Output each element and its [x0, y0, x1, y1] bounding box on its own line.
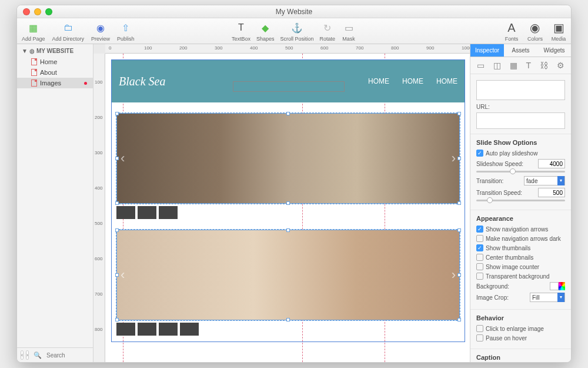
transparent-bg-checkbox[interactable]: [476, 273, 483, 280]
sidebar-item-about[interactable]: About: [17, 67, 93, 78]
rotate-icon: ↻: [320, 20, 335, 35]
publish-icon: ⇧: [118, 20, 133, 35]
sidebar: ▼ ◍ MY WEBSITE HomeAboutImages ‹ › 🔍: [17, 44, 93, 362]
pause-hover-checkbox[interactable]: [476, 334, 483, 342]
search-icon: 🔍: [31, 352, 42, 359]
app-window: My Website ▦Add Page🗀Add Directory◉Previ…: [16, 5, 572, 363]
dark-arrows-checkbox[interactable]: [476, 235, 483, 242]
transition-speed-slider[interactable]: [476, 200, 565, 201]
canvas-area[interactable]: 01002003004005006007008009001000 1002003…: [93, 44, 470, 362]
url-input[interactable]: [476, 112, 565, 129]
shapes-icon: ◆: [258, 20, 273, 35]
titlebar: My Website: [17, 5, 571, 18]
transition-speed-input[interactable]: [538, 188, 565, 197]
center-thumbs-checkbox[interactable]: [476, 254, 483, 261]
frame-icon[interactable]: ◫: [493, 61, 501, 70]
image-icon[interactable]: ▦: [510, 61, 517, 70]
disclosure-icon[interactable]: ▼: [22, 48, 28, 54]
mask-button[interactable]: ▭Mask: [341, 20, 356, 42]
media-button[interactable]: ▣Media: [551, 20, 566, 42]
enlarge-checkbox[interactable]: [476, 325, 483, 332]
sidebar-header[interactable]: ▼ ◍ MY WEBSITE: [17, 44, 93, 57]
sidebar-item-images[interactable]: Images: [17, 78, 93, 88]
nav-link[interactable]: HOME: [436, 77, 457, 85]
link-icon[interactable]: ⛓: [540, 61, 548, 70]
add-directory-icon: 🗀: [61, 20, 76, 35]
slideshow-thumbnails-1[interactable]: [116, 206, 460, 219]
rotate-button[interactable]: ↻Rotate: [320, 20, 336, 42]
counter-checkbox[interactable]: [476, 263, 483, 270]
slideshow-widget-1[interactable]: ‹ ›: [116, 113, 460, 204]
nav-link[interactable]: HOME: [368, 77, 389, 85]
toolbar: ▦Add Page🗀Add Directory◉Preview⇧Publish …: [17, 18, 571, 44]
site-logo: Black Sea: [119, 75, 165, 88]
nav-arrows-checkbox[interactable]: ✓: [476, 226, 483, 233]
media-icon: ▣: [551, 20, 566, 35]
slideshow-thumbnails-2[interactable]: [116, 323, 460, 336]
slideshow-widget-2[interactable]: ‹ ›: [116, 230, 460, 320]
ruler-vertical: 100200300400500600700800: [93, 54, 105, 362]
window-title: My Website: [276, 8, 312, 16]
nav-forward-button[interactable]: ›: [26, 350, 29, 360]
section-title: Behavior: [476, 314, 565, 321]
background-color-swatch[interactable]: [550, 282, 565, 290]
slide-prev-icon[interactable]: ‹: [121, 151, 125, 166]
slide-next-icon[interactable]: ›: [452, 151, 456, 166]
slide-next-icon[interactable]: ›: [452, 267, 456, 283]
close-icon[interactable]: [23, 8, 30, 15]
tab-widgets[interactable]: Widgets: [537, 44, 571, 57]
fonts-icon: A: [504, 20, 519, 35]
textbox-icon: T: [233, 20, 249, 35]
url-label: URL:: [476, 104, 565, 110]
page-icon: [31, 69, 37, 76]
colors-button[interactable]: ◉Colors: [527, 20, 543, 42]
preview-box: [476, 80, 565, 100]
section-title: Caption: [476, 354, 565, 361]
anchor-icon: ⚓: [289, 20, 305, 35]
add-page-button[interactable]: ▦Add Page: [22, 20, 45, 42]
shapes-button[interactable]: ◆Shapes: [256, 20, 275, 42]
nav-link[interactable]: HOME: [402, 77, 423, 85]
slide-prev-icon[interactable]: ‹: [121, 267, 125, 283]
preview-button[interactable]: ◉Preview: [91, 20, 110, 42]
tab-assets[interactable]: Assets: [504, 44, 537, 57]
fonts-button[interactable]: AFonts: [504, 20, 519, 42]
image-crop-select[interactable]: Fill▾: [530, 293, 565, 302]
transition-select[interactable]: fade▾: [524, 176, 565, 185]
tab-inspector[interactable]: Inspector: [470, 44, 504, 57]
mask-icon: ▭: [341, 20, 356, 35]
anchor-button[interactable]: ⚓Scroll Position: [280, 20, 313, 42]
add-page-icon: ▦: [26, 20, 41, 35]
section-title: Appearance: [476, 215, 565, 222]
inspector-panel: InspectorAssetsWidgets ▭ ◫ ▦ T ⛓ ⚙ URL: …: [470, 44, 571, 362]
textbox-button[interactable]: TTextBox: [232, 20, 250, 42]
slideshow-speed-slider[interactable]: [476, 171, 565, 173]
nav-back-button[interactable]: ‹: [21, 350, 24, 360]
page-icon: [31, 79, 37, 87]
colors-icon: ◉: [527, 20, 543, 35]
sidebar-item-home[interactable]: Home: [17, 57, 93, 67]
section-title: Slide Show Options: [476, 139, 565, 146]
show-thumbs-checkbox[interactable]: ✓: [476, 244, 483, 251]
minimize-icon[interactable]: [34, 8, 41, 15]
slideshow-speed-input[interactable]: [538, 159, 565, 168]
selection-outline[interactable]: [233, 81, 345, 92]
modified-indicator: [84, 82, 87, 85]
add-directory-button[interactable]: 🗀Add Directory: [52, 20, 85, 42]
publish-button[interactable]: ⇧Publish: [117, 20, 135, 42]
text-icon[interactable]: T: [526, 61, 532, 70]
gear-icon[interactable]: ⚙: [557, 61, 564, 70]
autoplay-checkbox[interactable]: ✓: [476, 150, 483, 157]
globe-icon: ◍: [29, 48, 35, 54]
maximize-icon[interactable]: [45, 8, 52, 15]
page[interactable]: Black Sea HOMEHOMEHOME ‹ ›: [111, 59, 465, 342]
page-settings-icon[interactable]: ▭: [477, 61, 485, 70]
page-icon: [31, 58, 37, 65]
preview-icon: ◉: [93, 20, 108, 35]
ruler-horizontal: 01002003004005006007008009001000: [105, 44, 470, 54]
